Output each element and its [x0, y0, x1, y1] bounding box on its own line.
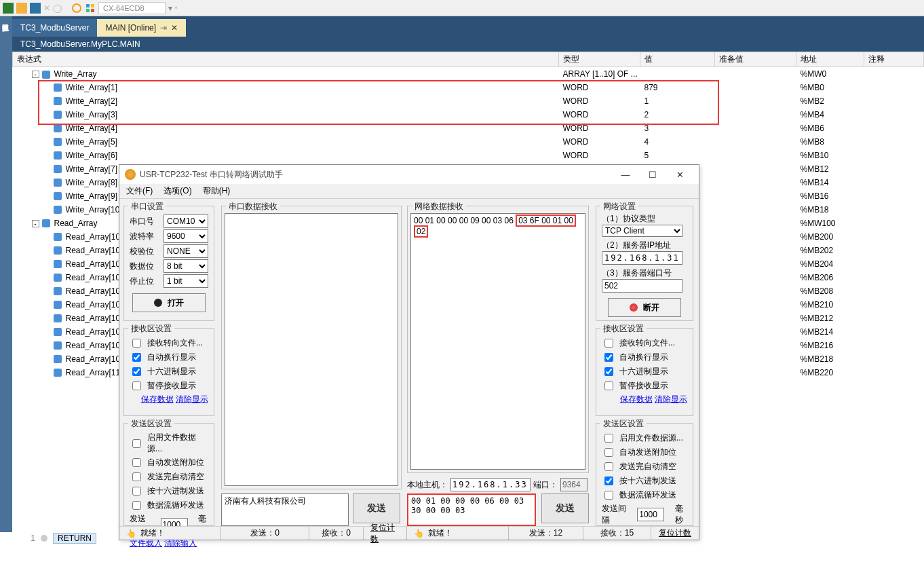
- table-row[interactable]: Write_Array[6]WORD5%MB10: [13, 149, 924, 162]
- net-rx-highlight-b: 02: [414, 225, 428, 238]
- net-tx-interval[interactable]: [637, 508, 664, 521]
- net-rx-highlight-a: 03 6F 00 01 00: [516, 214, 576, 227]
- databits-select[interactable]: 8 bit: [163, 259, 208, 273]
- ser-tx-file[interactable]: [132, 439, 141, 448]
- var-name: Write_Array[3]: [66, 110, 117, 119]
- ser-tx-clearinput[interactable]: 清除输入: [164, 538, 197, 548]
- net-rx-clear[interactable]: 清除显示: [655, 394, 687, 404]
- svg-rect-6: [86, 9, 90, 12]
- col-type[interactable]: 类型: [559, 52, 640, 67]
- table-row[interactable]: Write_Array[1]WORD879%MB0: [13, 81, 924, 94]
- local-port-label: 端口：: [533, 479, 558, 491]
- var-name: Read_Array[100]: [66, 232, 128, 242]
- var-icon: [54, 151, 62, 160]
- serial-send-button[interactable]: 发送: [353, 493, 400, 523]
- var-name: Read_Array: [54, 219, 98, 228]
- baud-select[interactable]: 9600: [163, 229, 208, 243]
- net-tx-file[interactable]: [604, 434, 613, 443]
- icon2[interactable]: [16, 3, 27, 14]
- net-rx-count: 接收：15: [583, 527, 651, 540]
- col-address[interactable]: 地址: [796, 52, 864, 67]
- net-rx-wrap[interactable]: [604, 353, 613, 362]
- net-rx-hex[interactable]: [604, 367, 613, 376]
- ser-tx-count: 发送：0: [221, 527, 309, 540]
- ser-tx-append[interactable]: [132, 458, 141, 467]
- net-rx-save[interactable]: 保存数据: [620, 394, 653, 404]
- target-combo[interactable]: CX-64ECD8: [98, 2, 166, 14]
- col-value[interactable]: 值: [640, 52, 715, 67]
- net-send-button[interactable]: 发送: [541, 493, 589, 523]
- ser-tx-hex[interactable]: [132, 487, 141, 496]
- maximize-button[interactable]: ☐: [639, 166, 666, 183]
- net-tx-append[interactable]: [604, 448, 613, 457]
- col-expression[interactable]: 表达式: [13, 52, 559, 67]
- tab-main-online[interactable]: MAIN [Online] ⇥ ✕: [97, 19, 186, 37]
- table-row[interactable]: -Write_ArrayARRAY [1..10] OF ...%MW0: [13, 67, 924, 81]
- ser-rx-pause[interactable]: [132, 381, 141, 390]
- var-icon: [54, 97, 62, 105]
- menu-file[interactable]: 文件(F): [126, 185, 153, 197]
- serial-port-select[interactable]: COM10: [163, 214, 208, 228]
- serial-rx-text[interactable]: [225, 213, 398, 486]
- var-icon: [54, 355, 62, 363]
- var-icon: [54, 83, 62, 92]
- net-reset-link[interactable]: 复位计数: [651, 527, 699, 540]
- proto-select[interactable]: TCP Client: [602, 225, 683, 237]
- net-send-input[interactable]: 00 01 00 00 00 06 00 03 30 00 00 03: [407, 493, 536, 526]
- pin-icon[interactable]: ⇥: [160, 23, 167, 33]
- ser-reset-link[interactable]: 复位计数: [364, 527, 407, 540]
- table-row[interactable]: Write_Array[3]WORD2%MB4: [13, 108, 924, 122]
- tab-modbuserver[interactable]: TC3_ModbuServer: [12, 19, 97, 37]
- net-rx-pane: 网络数据接收 00 01 00 00 00 09 00 03 06 03 6F …: [407, 206, 589, 473]
- path-bar: TC3_ModbuServer.MyPLC.MAIN: [0, 37, 924, 52]
- stopbits-select[interactable]: 1 bit: [163, 274, 208, 288]
- net-rx-pause[interactable]: [604, 381, 613, 390]
- var-icon: [54, 192, 62, 200]
- titlebar[interactable]: USR-TCP232-Test 串口转网络调试助手 ― ☐ ✕: [119, 165, 699, 184]
- table-row[interactable]: Write_Array[5]WORD4%MB8: [13, 135, 924, 149]
- ser-tx-loop[interactable]: [132, 501, 141, 510]
- local-ip-input[interactable]: [450, 478, 531, 491]
- net-tx-clearafter[interactable]: [604, 462, 613, 471]
- serial-tx-settings: 发送区设置 启用文件数据源... 自动发送附加位 发送完自动清空 按十六进制发送…: [123, 423, 214, 526]
- close-button[interactable]: ✕: [666, 166, 693, 183]
- ser-rx-clear[interactable]: 清除显示: [176, 394, 208, 404]
- net-tx-loop[interactable]: [604, 491, 613, 500]
- expand-icon[interactable]: -: [32, 71, 39, 78]
- server-ip-input[interactable]: [602, 251, 683, 265]
- ser-rx-hex[interactable]: [132, 367, 141, 376]
- parity-select[interactable]: NONE: [163, 244, 208, 258]
- serial-send-input[interactable]: 济南有人科技有限公司: [221, 493, 349, 526]
- var-name: Read_Array[109]: [66, 354, 128, 364]
- icon5[interactable]: [85, 3, 96, 14]
- icon4[interactable]: [71, 3, 82, 14]
- serial-rx-pane: 串口数据接收: [221, 206, 402, 489]
- minimize-button[interactable]: ―: [612, 166, 639, 183]
- var-icon: [54, 246, 62, 255]
- menu-options[interactable]: 选项(O): [163, 185, 191, 197]
- net-tx-hex[interactable]: [604, 477, 613, 485]
- expand-icon[interactable]: -: [32, 220, 39, 227]
- net-rx-text[interactable]: 00 01 00 00 00 09 00 03 06 03 6F 00 01 0…: [410, 213, 585, 470]
- col-comment[interactable]: 注释: [864, 52, 924, 67]
- net-disconnect-button[interactable]: 断开: [608, 298, 681, 317]
- server-port-input[interactable]: [602, 279, 683, 293]
- net-rx-tofile[interactable]: [604, 339, 613, 348]
- ser-rx-tofile[interactable]: [132, 339, 141, 348]
- icon3[interactable]: [30, 3, 41, 14]
- serial-open-button[interactable]: 打开: [132, 293, 206, 312]
- menu-help[interactable]: 帮助(H): [203, 185, 231, 197]
- table-row[interactable]: Write_Array[2]WORD1%MB2: [13, 94, 924, 108]
- col-prepared[interactable]: 准备值: [715, 52, 796, 67]
- ser-tx-clearafter[interactable]: [132, 472, 141, 481]
- table-row[interactable]: Write_Array[4]WORD3%MB6: [13, 122, 924, 135]
- var-icon: [54, 328, 62, 336]
- var-name: Write_Array[10]: [66, 205, 122, 214]
- ser-rx-wrap[interactable]: [132, 353, 141, 362]
- ser-tx-load[interactable]: 文件载入: [130, 538, 162, 548]
- ser-rx-save[interactable]: 保存数据: [141, 394, 174, 404]
- icon1[interactable]: [3, 3, 14, 14]
- serial-rx-settings: 接收区设置 接收转向文件... 自动换行显示 十六进制显示 暂停接收显示 保存数…: [123, 328, 214, 416]
- close-icon[interactable]: ✕: [171, 23, 178, 33]
- var-name: Read_Array[104]: [66, 286, 128, 296]
